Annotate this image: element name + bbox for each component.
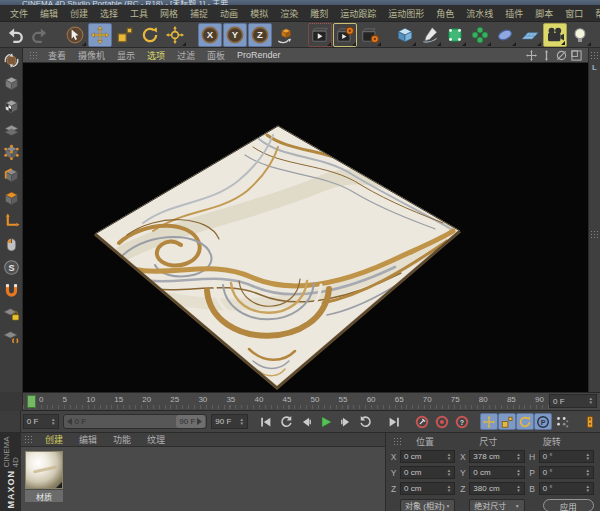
pos-y-field[interactable]: 0 cm▲▼ (400, 466, 455, 479)
menu-item[interactable]: 脚本 (529, 5, 559, 22)
menu-item[interactable]: 模拟 (244, 5, 274, 22)
vp-menu-options[interactable]: 选项 (141, 48, 171, 63)
prev-key-button[interactable] (276, 413, 296, 431)
planar-workplane-button[interactable] (1, 326, 22, 347)
redo-button[interactable] (28, 23, 52, 47)
viewport-solo-button[interactable] (1, 234, 22, 255)
keyframe-selection-button[interactable]: ? (452, 413, 472, 431)
live-selection-button[interactable] (63, 23, 87, 47)
texture-mode-button[interactable] (1, 96, 22, 117)
menu-item[interactable]: 网格 (154, 5, 184, 22)
size-y-field[interactable]: 0 cm▲▼ (469, 466, 524, 479)
menu-item[interactable]: 窗口 (559, 5, 589, 22)
range-slider-start[interactable]: 0 F (64, 417, 86, 426)
record-keyframe-button[interactable] (412, 413, 432, 431)
snap-magnet-button[interactable] (1, 280, 22, 301)
spinner-icon[interactable]: ▲▼ (516, 453, 520, 461)
make-editable-button[interactable] (1, 50, 22, 71)
last-tool-button[interactable] (163, 23, 187, 47)
rot-h-field[interactable]: 0 °▲▼ (539, 450, 594, 463)
pos-x-field[interactable]: 0 cm▲▼ (400, 450, 455, 463)
spinner-icon[interactable]: ▲▼ (586, 485, 590, 493)
menu-item[interactable]: 运动图形 (382, 5, 430, 22)
viewport-pan-icon[interactable] (525, 49, 538, 61)
prev-frame-button[interactable] (296, 413, 316, 431)
points-mode-button[interactable] (1, 142, 22, 163)
range-end-field[interactable]: 90 F ▲▼ (211, 414, 248, 429)
pen-spline-button[interactable] (418, 23, 442, 47)
apply-button[interactable]: 应用 (543, 499, 594, 511)
rot-p-field[interactable]: 0 °▲▼ (539, 466, 594, 479)
spinner-icon[interactable]: ▲▼ (516, 485, 520, 493)
render-view-button[interactable] (308, 23, 332, 47)
material-tab-edit[interactable]: 编辑 (71, 432, 105, 447)
menu-item[interactable]: 流水线 (460, 5, 499, 22)
menu-item[interactable]: 渲染 (274, 5, 304, 22)
autokeying-button[interactable] (432, 413, 452, 431)
add-cube-button[interactable] (393, 23, 417, 47)
material-tab-create[interactable]: 创建 (37, 432, 71, 447)
vp-menu-panel[interactable]: 面板 (201, 48, 231, 63)
dock-grip-middle[interactable] (590, 230, 600, 239)
panel-grip[interactable] (393, 437, 403, 446)
mograph-button[interactable] (468, 23, 492, 47)
viewport-toggle-icon[interactable] (570, 49, 583, 61)
lock-y-button[interactable]: Y (223, 23, 247, 47)
workplane-button[interactable] (1, 119, 22, 140)
size-x-field[interactable]: 378 cm▲▼ (469, 450, 524, 463)
material-name[interactable]: 材质 (25, 490, 63, 502)
material-tab-function[interactable]: 功能 (105, 432, 139, 447)
vp-menu-display[interactable]: 显示 (111, 48, 141, 63)
layer-icon[interactable]: L (592, 64, 597, 72)
panel-grip[interactable] (29, 51, 39, 60)
material-item[interactable]: 材质 (25, 451, 63, 507)
polygons-mode-button[interactable] (1, 188, 22, 209)
timeline-ruler[interactable]: 051015202530354045505560657075808590 0 F… (23, 392, 600, 411)
scale-tool-button[interactable] (113, 23, 137, 47)
material-tab-texture[interactable]: 纹理 (139, 432, 173, 447)
marble-plane-object[interactable] (23, 63, 588, 392)
play-button[interactable] (316, 413, 336, 431)
goto-start-button[interactable] (256, 413, 276, 431)
spinner-icon[interactable]: ▲▼ (51, 418, 55, 426)
menu-item[interactable]: 创建 (64, 5, 94, 22)
vp-menu-prorender[interactable]: ProRender (231, 49, 287, 61)
spinner-icon[interactable]: ▲▼ (447, 453, 451, 461)
menu-item[interactable]: 插件 (499, 5, 529, 22)
panel-grip[interactable] (24, 435, 34, 444)
vp-menu-cameras[interactable]: 摄像机 (72, 48, 111, 63)
next-frame-button[interactable] (336, 413, 356, 431)
menu-item[interactable]: 动画 (214, 5, 244, 22)
spinner-icon[interactable]: ▲▼ (447, 469, 451, 477)
render-picture-viewer-button[interactable] (333, 23, 357, 47)
spinner-icon[interactable]: ▲▼ (589, 397, 593, 405)
record-pla-toggle[interactable] (552, 413, 572, 431)
edges-mode-button[interactable] (1, 165, 22, 186)
lock-workplane-button[interactable] (1, 303, 22, 324)
spinner-icon[interactable]: ▲▼ (586, 469, 590, 477)
enable-snap-button[interactable]: S (1, 257, 22, 278)
size-mode-dropdown[interactable]: 绝对尺寸▼ (469, 499, 524, 511)
deformer-button[interactable] (493, 23, 517, 47)
lock-x-button[interactable]: X (198, 23, 222, 47)
menu-item[interactable]: 角色 (430, 5, 460, 22)
menu-item[interactable]: 选择 (94, 5, 124, 22)
range-slider-end[interactable]: 90 F (176, 415, 205, 428)
subdivision-surface-button[interactable] (443, 23, 467, 47)
viewport-rotate-icon[interactable] (555, 49, 568, 61)
menu-item[interactable]: 工具 (124, 5, 154, 22)
menu-item[interactable]: 文件 (4, 5, 34, 22)
menu-item[interactable]: 雕刻 (304, 5, 334, 22)
undo-button[interactable] (3, 23, 27, 47)
current-frame-field[interactable]: 0 F ▲▼ (549, 394, 597, 408)
record-position-toggle[interactable] (480, 413, 498, 430)
lock-z-button[interactable]: Z (248, 23, 272, 47)
position-mode-dropdown[interactable]: 对象 (相对)▼ (400, 499, 455, 511)
size-z-field[interactable]: 380 cm▲▼ (469, 482, 524, 495)
range-start-field[interactable]: 0 F ▲▼ (23, 414, 60, 429)
vp-menu-filter[interactable]: 过滤 (171, 48, 201, 63)
menu-item[interactable]: 编辑 (34, 5, 64, 22)
preview-range-slider[interactable]: 0 F 90 F (63, 414, 207, 429)
spinner-icon[interactable]: ▲▼ (586, 453, 590, 461)
material-preview-sphere[interactable] (25, 451, 63, 489)
